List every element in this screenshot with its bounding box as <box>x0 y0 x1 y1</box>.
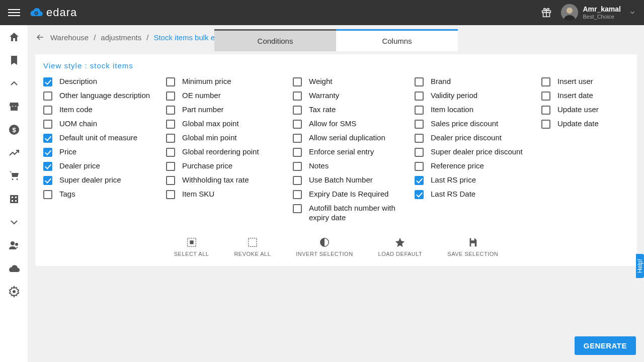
revoke-all-button[interactable]: REVOKE ALL <box>234 237 271 257</box>
checkbox[interactable] <box>293 134 302 143</box>
column-option[interactable]: Global max point <box>166 117 293 131</box>
column-option[interactable]: Allow for SMS <box>293 117 415 131</box>
save-selection-button[interactable]: SAVE SELECTION <box>447 237 498 257</box>
checkbox[interactable] <box>166 176 175 185</box>
checkbox[interactable] <box>415 106 424 115</box>
sidebar-people[interactable] <box>8 239 20 251</box>
load-default-button[interactable]: LOAD DEFAULT <box>378 237 423 257</box>
checkbox[interactable] <box>415 148 424 157</box>
checkbox[interactable] <box>415 134 424 143</box>
checkbox[interactable] <box>541 77 550 86</box>
checkbox[interactable] <box>166 148 175 157</box>
column-option[interactable]: Use Batch Number <box>293 173 415 188</box>
column-option[interactable]: OE number <box>166 89 293 103</box>
column-option[interactable]: Dealer price <box>43 159 166 173</box>
column-option[interactable]: Expiry Date Is Required <box>293 188 415 202</box>
column-option[interactable]: Tax rate <box>293 103 415 117</box>
user-menu[interactable]: Amr_kamal Best_Choice <box>561 4 636 21</box>
checkbox[interactable] <box>43 190 52 199</box>
checkbox[interactable] <box>293 148 302 157</box>
sidebar-building[interactable] <box>8 193 20 205</box>
checkbox[interactable] <box>43 92 52 101</box>
column-option[interactable]: Default unit of measure <box>43 131 166 145</box>
sidebar-cart[interactable] <box>8 170 20 182</box>
checkbox[interactable] <box>43 120 52 129</box>
column-option[interactable]: UOM chain <box>43 117 166 131</box>
checkbox[interactable] <box>541 92 550 101</box>
column-option[interactable]: Insert date <box>541 89 632 103</box>
menu-icon[interactable] <box>8 7 20 19</box>
crumb-warehouse[interactable]: Warehouse <box>50 33 89 42</box>
checkbox[interactable] <box>166 106 175 115</box>
checkbox[interactable] <box>415 162 424 171</box>
help-tab[interactable]: Help! <box>636 254 644 278</box>
sidebar-collapse-up[interactable] <box>8 77 20 89</box>
column-option[interactable]: Description <box>43 75 166 89</box>
column-option[interactable]: Last RS Date <box>415 188 541 202</box>
column-option[interactable]: Warranty <box>293 89 415 103</box>
checkbox[interactable] <box>43 106 52 115</box>
checkbox[interactable] <box>43 77 52 86</box>
column-option[interactable]: Super dealer price <box>43 173 166 188</box>
column-option[interactable]: Allow serial duplication <box>293 131 415 145</box>
sidebar-expand-down[interactable] <box>8 216 20 228</box>
select-all-button[interactable]: SELECT ALL <box>174 237 209 257</box>
checkbox[interactable] <box>166 162 175 171</box>
invert-selection-button[interactable]: INVERT SELECTION <box>296 237 353 257</box>
checkbox[interactable] <box>541 120 550 129</box>
column-option[interactable]: Minimum price <box>166 75 293 89</box>
column-option[interactable]: Reference price <box>415 159 541 173</box>
column-option[interactable]: Super dealer price discount <box>415 145 541 159</box>
checkbox[interactable] <box>166 92 175 101</box>
column-option[interactable]: Brand <box>415 75 541 89</box>
checkbox[interactable] <box>166 190 175 199</box>
checkbox[interactable] <box>415 176 424 185</box>
checkbox[interactable] <box>293 106 302 115</box>
sidebar-settings[interactable] <box>8 286 20 298</box>
column-option[interactable]: Other language description <box>43 89 166 103</box>
column-option[interactable]: Last RS price <box>415 173 541 188</box>
checkbox[interactable] <box>293 176 302 185</box>
back-arrow-icon[interactable] <box>35 32 45 42</box>
checkbox[interactable] <box>166 134 175 143</box>
column-option[interactable]: Notes <box>293 159 415 173</box>
column-option[interactable]: Item code <box>43 103 166 117</box>
crumb-adjustments[interactable]: adjustments <box>101 33 141 42</box>
column-option[interactable]: Item SKU <box>166 188 293 202</box>
column-option[interactable]: Global reordering point <box>166 145 293 159</box>
column-option[interactable]: Item location <box>415 103 541 117</box>
tab-columns[interactable]: Columns <box>336 29 458 51</box>
column-option[interactable]: Sales price discount <box>415 117 541 131</box>
checkbox[interactable] <box>166 120 175 129</box>
column-option[interactable]: Update date <box>541 117 632 131</box>
generate-button[interactable]: GENERATE <box>575 336 636 355</box>
column-option[interactable]: Tags <box>43 188 166 202</box>
checkbox[interactable] <box>415 92 424 101</box>
logo[interactable]: edara <box>29 6 77 19</box>
column-option[interactable]: Weight <box>293 75 415 89</box>
column-option[interactable]: Purchase price <box>166 159 293 173</box>
column-option[interactable]: Dealer price discount <box>415 131 541 145</box>
sidebar-store[interactable] <box>8 101 20 113</box>
sidebar-home[interactable] <box>8 31 20 43</box>
checkbox[interactable] <box>293 120 302 129</box>
sidebar-trending[interactable] <box>8 147 20 159</box>
checkbox[interactable] <box>43 148 52 157</box>
gift-icon[interactable] <box>541 7 552 18</box>
column-option[interactable]: Autofill batch number with expiry date <box>293 202 415 225</box>
checkbox[interactable] <box>43 134 52 143</box>
checkbox[interactable] <box>166 77 175 86</box>
checkbox[interactable] <box>293 190 302 199</box>
checkbox[interactable] <box>43 176 52 185</box>
column-option[interactable]: Part number <box>166 103 293 117</box>
checkbox[interactable] <box>293 162 302 171</box>
checkbox[interactable] <box>541 106 550 115</box>
column-option[interactable]: Validity period <box>415 89 541 103</box>
tab-conditions[interactable]: Conditions <box>214 29 336 51</box>
checkbox[interactable] <box>293 92 302 101</box>
sidebar-bookmark[interactable] <box>8 54 20 66</box>
sidebar-cloud[interactable] <box>8 262 20 275</box>
column-option[interactable]: Update user <box>541 103 632 117</box>
checkbox[interactable] <box>293 77 302 86</box>
sidebar-money[interactable]: $ <box>8 124 20 136</box>
